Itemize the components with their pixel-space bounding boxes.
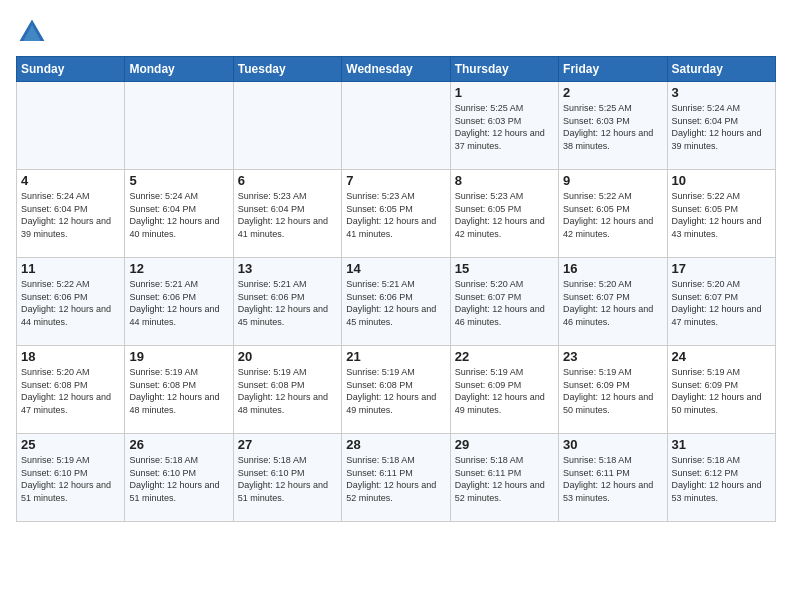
calendar-day-cell: 27Sunrise: 5:18 AM Sunset: 6:10 PM Dayli… bbox=[233, 434, 341, 522]
day-number: 9 bbox=[563, 173, 662, 188]
calendar-day-cell: 23Sunrise: 5:19 AM Sunset: 6:09 PM Dayli… bbox=[559, 346, 667, 434]
calendar-day-cell: 28Sunrise: 5:18 AM Sunset: 6:11 PM Dayli… bbox=[342, 434, 450, 522]
day-of-week-header: Friday bbox=[559, 57, 667, 82]
day-info: Sunrise: 5:25 AM Sunset: 6:03 PM Dayligh… bbox=[563, 102, 662, 152]
day-number: 24 bbox=[672, 349, 771, 364]
calendar-day-cell: 16Sunrise: 5:20 AM Sunset: 6:07 PM Dayli… bbox=[559, 258, 667, 346]
calendar-day-cell: 1Sunrise: 5:25 AM Sunset: 6:03 PM Daylig… bbox=[450, 82, 558, 170]
day-of-week-header: Monday bbox=[125, 57, 233, 82]
day-info: Sunrise: 5:18 AM Sunset: 6:11 PM Dayligh… bbox=[455, 454, 554, 504]
day-number: 18 bbox=[21, 349, 120, 364]
day-of-week-header: Saturday bbox=[667, 57, 775, 82]
calendar-day-cell: 7Sunrise: 5:23 AM Sunset: 6:05 PM Daylig… bbox=[342, 170, 450, 258]
day-number: 3 bbox=[672, 85, 771, 100]
day-info: Sunrise: 5:19 AM Sunset: 6:09 PM Dayligh… bbox=[455, 366, 554, 416]
calendar-day-cell: 5Sunrise: 5:24 AM Sunset: 6:04 PM Daylig… bbox=[125, 170, 233, 258]
day-info: Sunrise: 5:20 AM Sunset: 6:07 PM Dayligh… bbox=[455, 278, 554, 328]
calendar-day-cell: 21Sunrise: 5:19 AM Sunset: 6:08 PM Dayli… bbox=[342, 346, 450, 434]
day-info: Sunrise: 5:19 AM Sunset: 6:10 PM Dayligh… bbox=[21, 454, 120, 504]
day-of-week-header: Thursday bbox=[450, 57, 558, 82]
calendar-week-row: 18Sunrise: 5:20 AM Sunset: 6:08 PM Dayli… bbox=[17, 346, 776, 434]
day-info: Sunrise: 5:21 AM Sunset: 6:06 PM Dayligh… bbox=[238, 278, 337, 328]
calendar-day-cell: 26Sunrise: 5:18 AM Sunset: 6:10 PM Dayli… bbox=[125, 434, 233, 522]
day-number: 19 bbox=[129, 349, 228, 364]
calendar-day-cell: 25Sunrise: 5:19 AM Sunset: 6:10 PM Dayli… bbox=[17, 434, 125, 522]
day-info: Sunrise: 5:24 AM Sunset: 6:04 PM Dayligh… bbox=[672, 102, 771, 152]
day-info: Sunrise: 5:24 AM Sunset: 6:04 PM Dayligh… bbox=[129, 190, 228, 240]
day-info: Sunrise: 5:23 AM Sunset: 6:05 PM Dayligh… bbox=[346, 190, 445, 240]
day-number: 7 bbox=[346, 173, 445, 188]
day-of-week-header: Sunday bbox=[17, 57, 125, 82]
calendar-day-cell bbox=[342, 82, 450, 170]
calendar-day-cell: 31Sunrise: 5:18 AM Sunset: 6:12 PM Dayli… bbox=[667, 434, 775, 522]
day-number: 15 bbox=[455, 261, 554, 276]
day-number: 14 bbox=[346, 261, 445, 276]
day-number: 20 bbox=[238, 349, 337, 364]
calendar-day-cell bbox=[233, 82, 341, 170]
day-number: 30 bbox=[563, 437, 662, 452]
calendar-day-cell: 14Sunrise: 5:21 AM Sunset: 6:06 PM Dayli… bbox=[342, 258, 450, 346]
day-number: 5 bbox=[129, 173, 228, 188]
calendar-day-cell: 19Sunrise: 5:19 AM Sunset: 6:08 PM Dayli… bbox=[125, 346, 233, 434]
day-info: Sunrise: 5:23 AM Sunset: 6:04 PM Dayligh… bbox=[238, 190, 337, 240]
day-number: 16 bbox=[563, 261, 662, 276]
day-number: 8 bbox=[455, 173, 554, 188]
day-number: 31 bbox=[672, 437, 771, 452]
day-number: 6 bbox=[238, 173, 337, 188]
day-number: 21 bbox=[346, 349, 445, 364]
calendar-day-cell: 13Sunrise: 5:21 AM Sunset: 6:06 PM Dayli… bbox=[233, 258, 341, 346]
calendar-day-cell: 4Sunrise: 5:24 AM Sunset: 6:04 PM Daylig… bbox=[17, 170, 125, 258]
calendar-day-cell: 20Sunrise: 5:19 AM Sunset: 6:08 PM Dayli… bbox=[233, 346, 341, 434]
day-number: 29 bbox=[455, 437, 554, 452]
day-number: 23 bbox=[563, 349, 662, 364]
day-info: Sunrise: 5:19 AM Sunset: 6:08 PM Dayligh… bbox=[129, 366, 228, 416]
day-info: Sunrise: 5:22 AM Sunset: 6:05 PM Dayligh… bbox=[563, 190, 662, 240]
calendar-day-cell: 6Sunrise: 5:23 AM Sunset: 6:04 PM Daylig… bbox=[233, 170, 341, 258]
calendar-day-cell bbox=[125, 82, 233, 170]
calendar-week-row: 1Sunrise: 5:25 AM Sunset: 6:03 PM Daylig… bbox=[17, 82, 776, 170]
day-number: 11 bbox=[21, 261, 120, 276]
calendar-day-cell: 12Sunrise: 5:21 AM Sunset: 6:06 PM Dayli… bbox=[125, 258, 233, 346]
day-info: Sunrise: 5:19 AM Sunset: 6:09 PM Dayligh… bbox=[563, 366, 662, 416]
day-of-week-header: Tuesday bbox=[233, 57, 341, 82]
calendar-day-cell: 8Sunrise: 5:23 AM Sunset: 6:05 PM Daylig… bbox=[450, 170, 558, 258]
calendar-day-cell: 11Sunrise: 5:22 AM Sunset: 6:06 PM Dayli… bbox=[17, 258, 125, 346]
calendar-day-cell: 29Sunrise: 5:18 AM Sunset: 6:11 PM Dayli… bbox=[450, 434, 558, 522]
logo bbox=[16, 16, 52, 48]
calendar-day-cell: 9Sunrise: 5:22 AM Sunset: 6:05 PM Daylig… bbox=[559, 170, 667, 258]
calendar-table: SundayMondayTuesdayWednesdayThursdayFrid… bbox=[16, 56, 776, 522]
day-info: Sunrise: 5:19 AM Sunset: 6:09 PM Dayligh… bbox=[672, 366, 771, 416]
calendar-day-cell: 30Sunrise: 5:18 AM Sunset: 6:11 PM Dayli… bbox=[559, 434, 667, 522]
day-info: Sunrise: 5:22 AM Sunset: 6:05 PM Dayligh… bbox=[672, 190, 771, 240]
day-info: Sunrise: 5:18 AM Sunset: 6:10 PM Dayligh… bbox=[238, 454, 337, 504]
calendar-header-row: SundayMondayTuesdayWednesdayThursdayFrid… bbox=[17, 57, 776, 82]
calendar-day-cell: 3Sunrise: 5:24 AM Sunset: 6:04 PM Daylig… bbox=[667, 82, 775, 170]
calendar-week-row: 4Sunrise: 5:24 AM Sunset: 6:04 PM Daylig… bbox=[17, 170, 776, 258]
day-info: Sunrise: 5:18 AM Sunset: 6:11 PM Dayligh… bbox=[563, 454, 662, 504]
calendar-day-cell: 10Sunrise: 5:22 AM Sunset: 6:05 PM Dayli… bbox=[667, 170, 775, 258]
day-info: Sunrise: 5:19 AM Sunset: 6:08 PM Dayligh… bbox=[238, 366, 337, 416]
day-number: 26 bbox=[129, 437, 228, 452]
day-info: Sunrise: 5:18 AM Sunset: 6:12 PM Dayligh… bbox=[672, 454, 771, 504]
day-number: 12 bbox=[129, 261, 228, 276]
calendar-day-cell: 22Sunrise: 5:19 AM Sunset: 6:09 PM Dayli… bbox=[450, 346, 558, 434]
day-info: Sunrise: 5:21 AM Sunset: 6:06 PM Dayligh… bbox=[346, 278, 445, 328]
day-info: Sunrise: 5:19 AM Sunset: 6:08 PM Dayligh… bbox=[346, 366, 445, 416]
day-number: 27 bbox=[238, 437, 337, 452]
logo-icon bbox=[16, 16, 48, 48]
day-info: Sunrise: 5:24 AM Sunset: 6:04 PM Dayligh… bbox=[21, 190, 120, 240]
day-of-week-header: Wednesday bbox=[342, 57, 450, 82]
day-number: 4 bbox=[21, 173, 120, 188]
day-number: 2 bbox=[563, 85, 662, 100]
day-number: 17 bbox=[672, 261, 771, 276]
day-info: Sunrise: 5:21 AM Sunset: 6:06 PM Dayligh… bbox=[129, 278, 228, 328]
day-info: Sunrise: 5:22 AM Sunset: 6:06 PM Dayligh… bbox=[21, 278, 120, 328]
day-info: Sunrise: 5:20 AM Sunset: 6:07 PM Dayligh… bbox=[563, 278, 662, 328]
calendar-day-cell bbox=[17, 82, 125, 170]
calendar-day-cell: 17Sunrise: 5:20 AM Sunset: 6:07 PM Dayli… bbox=[667, 258, 775, 346]
day-number: 13 bbox=[238, 261, 337, 276]
day-number: 1 bbox=[455, 85, 554, 100]
calendar-week-row: 11Sunrise: 5:22 AM Sunset: 6:06 PM Dayli… bbox=[17, 258, 776, 346]
page-header bbox=[16, 16, 776, 48]
day-info: Sunrise: 5:18 AM Sunset: 6:10 PM Dayligh… bbox=[129, 454, 228, 504]
